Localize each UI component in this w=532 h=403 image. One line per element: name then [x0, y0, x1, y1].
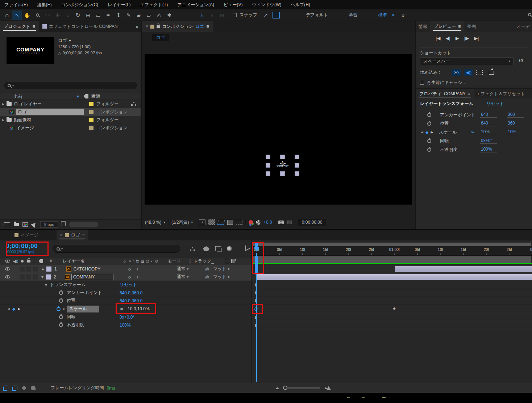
toggle-inout-icon[interactable]: [22, 386, 26, 390]
cache-before-playback-row[interactable]: 再生前にキャッシュ: [420, 80, 467, 86]
layer-visibility-icon[interactable]: [5, 267, 10, 270]
project-row-comp-logo[interactable]: ロゴ コンポジション: [0, 108, 141, 116]
interpret-footage-icon[interactable]: [4, 222, 10, 226]
pickwhip-column-icon[interactable]: [231, 259, 236, 263]
playhead-caret[interactable]: [254, 247, 259, 252]
comp-breadcrumb[interactable]: ロゴ: [152, 34, 169, 41]
graph-editor-icon[interactable]: [245, 245, 246, 251]
close-tab-icon[interactable]: ×: [146, 24, 148, 29]
include-overlays-button[interactable]: [476, 70, 483, 75]
delete-icon[interactable]: [62, 222, 66, 226]
rotation-row[interactable]: 回転 0x+0.0°: [0, 313, 252, 321]
track-row-catchcopy[interactable]: [252, 265, 532, 273]
layer-name[interactable]: CATCHCOPY: [74, 266, 100, 272]
transform-group-label[interactable]: レイヤートランスフォーム: [420, 101, 473, 107]
label-swatch[interactable]: [89, 110, 93, 114]
stopwatch-icon[interactable]: [59, 323, 63, 327]
menu-item[interactable]: ビュー(V): [224, 2, 243, 8]
selection-tool-icon[interactable]: ↖: [12, 11, 22, 20]
type-tool-icon[interactable]: T: [114, 11, 123, 20]
solo-cell[interactable]: [26, 274, 31, 280]
selection-handle[interactable]: [295, 171, 299, 176]
menu-item[interactable]: アニメーション(A): [177, 2, 214, 8]
audio-cell[interactable]: [20, 274, 25, 280]
hand-tool-icon[interactable]: ✋: [22, 11, 32, 20]
track-matte-column[interactable]: トラック_: [194, 258, 214, 264]
opacity-row[interactable]: 不透明度 100%: [0, 321, 252, 329]
collapse-switch-icon[interactable]: ☼: [128, 266, 132, 272]
t-column[interactable]: T: [189, 259, 191, 264]
label-swatch[interactable]: [89, 102, 93, 106]
pen-tool-icon[interactable]: ✒: [104, 11, 113, 20]
zoom-in-timeline-icon[interactable]: [324, 386, 331, 390]
stopwatch-icon[interactable]: [427, 139, 431, 143]
tab-preview[interactable]: プレビュー ≡: [430, 21, 464, 32]
stopwatch-icon[interactable]: [427, 148, 431, 152]
motion-blur-icon[interactable]: [227, 246, 232, 251]
prop-label[interactable]: アンカーポイント: [440, 112, 475, 118]
orbit-camera-tool-icon[interactable]: ◠: [43, 11, 52, 20]
stopwatch-icon[interactable]: [59, 291, 63, 295]
scale-y-value[interactable]: 10%: [507, 129, 524, 135]
workspace-menu-icon[interactable]: ≡: [392, 13, 395, 18]
lock-cell[interactable]: [33, 274, 38, 280]
timeline-timecode[interactable]: 0;00;00;00 00000 (29.97 fps): [6, 243, 38, 254]
expand-layer-icon[interactable]: ▸: [42, 266, 44, 272]
layer-color-swatch[interactable]: [46, 266, 51, 272]
prev-keyframe-icon[interactable]: ◀: [421, 130, 423, 134]
timeline-zoom-slider[interactable]: [284, 387, 320, 389]
lock-cell[interactable]: [33, 266, 38, 272]
label-column-icon[interactable]: [84, 94, 88, 98]
tab-align[interactable]: 整列: [464, 21, 479, 32]
used-comp-tree-icon[interactable]: [131, 102, 136, 106]
dolly-camera-tool-icon[interactable]: ↓: [63, 11, 72, 20]
reset-link[interactable]: リセット: [486, 101, 504, 107]
layer-name-column[interactable]: レイヤー名: [63, 258, 85, 264]
include-video-button[interactable]: [452, 69, 461, 76]
collapse-layer-icon[interactable]: ▾: [41, 274, 43, 280]
snap-checkbox[interactable]: [233, 13, 237, 17]
mode-column[interactable]: モード: [167, 258, 181, 264]
panel-menu-icon[interactable]: ≡: [207, 24, 209, 29]
draft-3d-icon[interactable]: [203, 246, 209, 251]
comp-info-caret-icon[interactable]: ▾: [69, 38, 71, 44]
rotate-tool-icon[interactable]: ↻: [73, 11, 83, 20]
expand-icon[interactable]: ▸: [2, 101, 4, 106]
link-scale-icon[interactable]: ∞: [120, 306, 124, 311]
play-button[interactable]: ▶: [456, 35, 459, 41]
scale-value[interactable]: 10.0,10.0%: [128, 306, 150, 311]
resolution-select[interactable]: (1/2画質)▾: [171, 219, 193, 226]
stopwatch-icon[interactable]: [59, 315, 63, 319]
track-matte-pick-icon[interactable]: @: [205, 267, 209, 271]
rotation-value[interactable]: 0x+0°: [480, 138, 497, 144]
label-swatch[interactable]: [89, 126, 93, 130]
video-column-icon[interactable]: [5, 260, 10, 263]
track-matte-select[interactable]: マット▾: [213, 274, 229, 280]
selection-handle[interactable]: [295, 163, 299, 168]
project-scrubber[interactable]: [69, 222, 98, 227]
menu-item[interactable]: コンポジション(C): [61, 2, 98, 8]
fast-preview-icon[interactable]: ⚡: [199, 219, 205, 225]
pan-camera-tool-icon[interactable]: ✛: [53, 11, 62, 20]
keyframe[interactable]: ◆: [393, 306, 396, 310]
blend-mode-select[interactable]: 通常▾: [177, 266, 189, 272]
number-column[interactable]: #: [50, 259, 52, 263]
viewer-timecode[interactable]: 0;00;00;00: [298, 219, 326, 226]
puppet-pin-tool-icon[interactable]: ✱: [165, 11, 174, 20]
snapshot-icon[interactable]: [278, 221, 284, 224]
close-tab-icon[interactable]: ×: [60, 232, 63, 238]
position-value[interactable]: 640.0,360.0: [120, 298, 142, 303]
shortcut-select[interactable]: スペースバー ▾: [420, 57, 514, 65]
project-row-folder-logo-layers[interactable]: ▸ ロゴ レイヤー フォルダー: [0, 100, 141, 108]
audio-column-icon[interactable]: ◀)): [13, 259, 18, 263]
next-frame-button[interactable]: |▶: [464, 35, 469, 41]
reset-link[interactable]: リセット: [120, 282, 137, 288]
work-area-bar-top[interactable]: [253, 243, 531, 246]
transform-group-row[interactable]: ▾ トランスフォーム リセット: [0, 281, 252, 289]
menu-item[interactable]: ウィンドウ(W): [252, 2, 282, 8]
project-row-comp-image[interactable]: イメージ コンポジション: [0, 124, 141, 132]
lock-icon[interactable]: [157, 25, 160, 28]
new-folder-icon[interactable]: [14, 223, 19, 226]
share-icon[interactable]: [489, 71, 494, 75]
zoom-out-timeline-icon[interactable]: [275, 387, 279, 389]
